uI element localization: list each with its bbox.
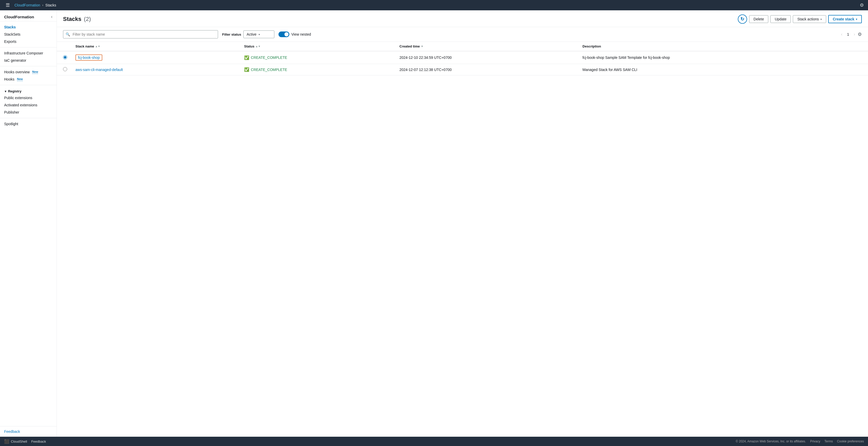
table-settings-icon[interactable]: ⚙ (858, 32, 862, 37)
sidebar-item-public-extensions[interactable]: Public extensions (0, 94, 57, 101)
breadcrumb-cloudformation[interactable]: CloudFormation (14, 3, 40, 7)
filter-status-arrow-icon: ▾ (258, 33, 260, 36)
registry-arrow-icon: ▼ (4, 90, 7, 93)
refresh-button[interactable]: ↻ (738, 14, 747, 24)
filter-bar: 🔍 Filter status Active ▾ View nested (57, 27, 868, 42)
stack-actions-arrow-icon: ▾ (820, 18, 822, 21)
stacks-table: Stack name ▲▼ Status ▲▼ (57, 42, 868, 75)
refresh-icon: ↻ (740, 16, 744, 22)
page-title: Stacks (2) (63, 16, 91, 23)
pagination-current-page: 1 (845, 32, 851, 36)
footer-links: Privacy Terms Cookie preferences (810, 440, 864, 443)
filter-status-label: Filter status (222, 33, 241, 36)
toggle-slider (278, 32, 289, 37)
row-radio-aws-sam-cli-managed-default[interactable] (63, 67, 67, 71)
sidebar-divider-4 (0, 118, 57, 118)
sidebar-footer: Feedback (0, 426, 57, 437)
sidebar-divider-1 (0, 47, 57, 47)
content-area: Stacks (2) ↻ Delete Update Stack actions… (57, 10, 868, 437)
privacy-link[interactable]: Privacy (810, 440, 820, 443)
row-select-cell (57, 64, 71, 75)
status-sort-icon[interactable]: ▲▼ (255, 45, 261, 48)
filter-status-select[interactable]: Active ▾ (243, 30, 274, 38)
topbar-right: ⚙ (860, 2, 864, 8)
topbar: ☰ CloudFormation › Stacks ⚙ (0, 0, 868, 10)
row-created-time: 2024-12-07 12:12:38 UTC+0700 (395, 64, 579, 75)
cloudshell-label: CloudShell (11, 440, 27, 443)
bottom-feedback-link[interactable]: Feedback (31, 440, 46, 443)
sidebar-item-exports[interactable]: Exports (0, 38, 57, 45)
stack-name-sort-icon[interactable]: ▲▼ (95, 45, 100, 48)
content-header: Stacks (2) ↻ Delete Update Stack actions… (57, 10, 868, 27)
table-row: aws-sam-cli-managed-default✅CREATE_COMPL… (57, 64, 868, 75)
row-select-cell (57, 51, 71, 64)
sidebar-divider-3 (0, 85, 57, 85)
terms-link[interactable]: Terms (824, 440, 833, 443)
sidebar-item-iac-generator[interactable]: IaC generator (0, 57, 57, 64)
sidebar-item-stacks[interactable]: Stacks (0, 24, 57, 31)
sidebar-registry-section[interactable]: ▼ Registry (0, 87, 57, 94)
menu-icon: ☰ (6, 2, 10, 8)
stack-count: (2) (84, 16, 91, 22)
sidebar-feedback-link[interactable]: Feedback (4, 430, 20, 434)
copyright-text: © 2024, Amazon Web Services, Inc. or its… (736, 440, 806, 443)
sidebar-nav: Stacks StackSets Exports Infrastructure … (0, 22, 57, 130)
row-stack-name: fcj-book-shop (71, 51, 240, 64)
stacks-table-container: Stack name ▲▼ Status ▲▼ (57, 42, 868, 437)
view-nested-toggle: View nested (278, 32, 311, 37)
view-nested-switch[interactable] (278, 32, 289, 37)
sidebar-item-hooks-overview[interactable]: Hooks overview New (0, 68, 57, 76)
stack-name-link-aws-sam-cli-managed-default[interactable]: aws-sam-cli-managed-default (75, 68, 123, 72)
row-status: ✅CREATE_COMPLETE (240, 51, 395, 64)
table-row: fcj-book-shop✅CREATE_COMPLETE2024-12-10 … (57, 51, 868, 64)
cloudshell-icon: ⬛ (4, 439, 9, 444)
sidebar-title: CloudFormation (4, 15, 34, 19)
pagination-prev-button[interactable]: ‹ (840, 31, 844, 38)
col-header-status: Status ▲▼ (240, 42, 395, 51)
view-nested-label: View nested (291, 32, 311, 36)
sidebar-item-stacksets[interactable]: StackSets (0, 31, 57, 38)
col-header-stack-name: Stack name ▲▼ (71, 42, 240, 51)
pagination-next-icon: › (854, 32, 855, 36)
bottom-bar: ⬛ CloudShell Feedback © 2024, Amazon Web… (0, 437, 868, 446)
row-description: fcj-book-shop Sample SAM Template for fc… (579, 51, 868, 64)
sidebar-item-spotlight[interactable]: Spotlight (0, 120, 57, 128)
row-status: ✅CREATE_COMPLETE (240, 64, 395, 75)
pagination-next-button[interactable]: › (852, 31, 857, 38)
col-header-created-time: Created time ▼ (395, 42, 579, 51)
breadcrumb-separator: › (42, 3, 43, 7)
stack-name-link-fcj-book-shop[interactable]: fcj-book-shop (75, 55, 102, 61)
sidebar-divider-2 (0, 66, 57, 66)
cookie-preferences-link[interactable]: Cookie preferences (837, 440, 864, 443)
sidebar-item-infrastructure-composer[interactable]: Infrastructure Composer (0, 49, 57, 57)
search-box: 🔍 (63, 30, 218, 38)
search-input[interactable] (63, 30, 218, 38)
sidebar-collapse-button[interactable]: ‹ (51, 14, 53, 19)
sidebar-item-publisher[interactable]: Publisher (0, 109, 57, 116)
create-stack-button[interactable]: Create stack ▾ (828, 15, 862, 23)
row-radio-fcj-book-shop[interactable] (63, 55, 67, 59)
stacks-tbody: fcj-book-shop✅CREATE_COMPLETE2024-12-10 … (57, 51, 868, 75)
menu-button[interactable]: ☰ (4, 2, 11, 9)
pagination: ‹ 1 › ⚙ (840, 31, 862, 38)
topbar-settings-icon[interactable]: ⚙ (860, 3, 864, 8)
hooks-badge: New (17, 77, 23, 81)
col-header-description: Description (579, 42, 868, 51)
sidebar-item-hooks[interactable]: Hooks New (0, 76, 57, 83)
created-time-sort-icon[interactable]: ▼ (421, 45, 424, 48)
status-complete-icon: ✅ (244, 67, 249, 72)
sidebar-header: CloudFormation ‹ (0, 10, 57, 22)
cloudshell-button[interactable]: ⬛ CloudShell (4, 439, 27, 444)
update-button[interactable]: Update (770, 15, 791, 23)
row-stack-name: aws-sam-cli-managed-default (71, 64, 240, 75)
stack-actions-button[interactable]: Stack actions ▾ (793, 15, 826, 23)
delete-button[interactable]: Delete (749, 15, 768, 23)
search-icon: 🔍 (66, 32, 70, 36)
hooks-overview-badge: New (32, 70, 38, 74)
row-created-time: 2024-12-10 22:34:59 UTC+0700 (395, 51, 579, 64)
status-badge: ✅CREATE_COMPLETE (244, 67, 391, 72)
row-description: Managed Stack for AWS SAM CLI (579, 64, 868, 75)
sidebar: CloudFormation ‹ Stacks StackSets Export… (0, 10, 57, 437)
sidebar-item-activated-extensions[interactable]: Activated extensions (0, 101, 57, 109)
header-actions: ↻ Delete Update Stack actions ▾ Create s… (738, 14, 862, 24)
